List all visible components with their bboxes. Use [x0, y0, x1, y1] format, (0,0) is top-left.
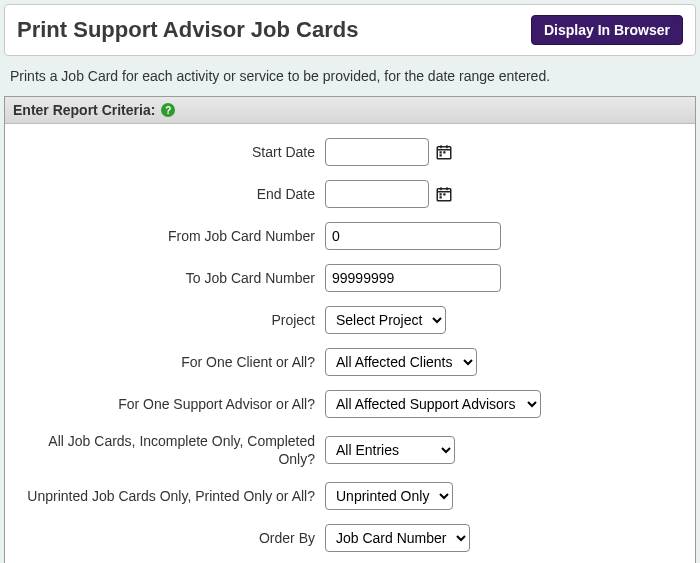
svg-rect-12 [443, 193, 445, 195]
page-title: Print Support Advisor Job Cards [17, 17, 358, 43]
to-no-label: To Job Card Number [15, 269, 325, 287]
svg-rect-11 [440, 193, 442, 195]
row-printed: Unprinted Job Cards Only, Printed Only o… [15, 482, 685, 510]
row-client: For One Client or All? All Affected Clie… [15, 348, 685, 376]
svg-rect-4 [440, 151, 442, 153]
criteria-form: Start Date End Date From Job Card Number… [5, 124, 695, 563]
title-bar: Print Support Advisor Job Cards Display … [4, 4, 696, 56]
row-start-date: Start Date [15, 138, 685, 166]
advisor-select[interactable]: All Affected Support Advisors [325, 390, 541, 418]
end-date-input[interactable] [325, 180, 429, 208]
order-by-label: Order By [15, 529, 325, 547]
project-label: Project [15, 311, 325, 329]
display-in-browser-button[interactable]: Display In Browser [531, 15, 683, 45]
completion-label: All Job Cards, Incomplete Only, Complete… [15, 432, 325, 468]
row-completion: All Job Cards, Incomplete Only, Complete… [15, 432, 685, 468]
from-job-card-number-input[interactable] [325, 222, 501, 250]
page-description: Prints a Job Card for each activity or s… [0, 64, 700, 96]
row-order-by: Order By Job Card Number [15, 524, 685, 552]
svg-rect-13 [440, 196, 442, 198]
printed-select[interactable]: Unprinted Only [325, 482, 453, 510]
help-icon[interactable]: ? [161, 103, 175, 117]
criteria-panel: Enter Report Criteria: ? Start Date End … [4, 96, 696, 563]
client-label: For One Client or All? [15, 353, 325, 371]
svg-rect-6 [440, 154, 442, 156]
completion-select[interactable]: All Entries [325, 436, 455, 464]
project-select[interactable]: Select Project [325, 306, 446, 334]
advisor-label: For One Support Advisor or All? [15, 395, 325, 413]
calendar-icon[interactable] [435, 143, 453, 161]
calendar-icon[interactable] [435, 185, 453, 203]
from-no-label: From Job Card Number [15, 227, 325, 245]
row-project: Project Select Project [15, 306, 685, 334]
start-date-label: Start Date [15, 143, 325, 161]
row-to-no: To Job Card Number [15, 264, 685, 292]
row-end-date: End Date [15, 180, 685, 208]
client-select[interactable]: All Affected Clients [325, 348, 477, 376]
order-by-select[interactable]: Job Card Number [325, 524, 470, 552]
start-date-input[interactable] [325, 138, 429, 166]
criteria-panel-header: Enter Report Criteria: ? [5, 97, 695, 124]
printed-label: Unprinted Job Cards Only, Printed Only o… [15, 487, 325, 505]
criteria-panel-title: Enter Report Criteria: [13, 102, 155, 118]
svg-rect-5 [443, 151, 445, 153]
to-job-card-number-input[interactable] [325, 264, 501, 292]
row-from-no: From Job Card Number [15, 222, 685, 250]
row-advisor: For One Support Advisor or All? All Affe… [15, 390, 685, 418]
end-date-label: End Date [15, 185, 325, 203]
